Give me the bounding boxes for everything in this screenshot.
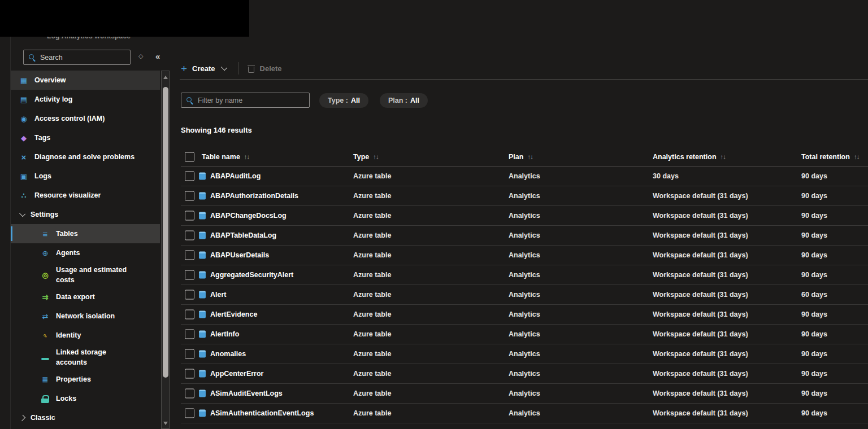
sidebar-item-resource-visualizer[interactable]: Resource visualizer — [11, 186, 160, 205]
table-icon — [199, 390, 206, 397]
sidebar-item-agents[interactable]: Agents — [11, 243, 160, 262]
name-cell[interactable]: ABAPTableDataLog — [210, 231, 276, 239]
table-row[interactable]: ABAPAuthorizationDetailsAzure tableAnaly… — [181, 186, 868, 206]
column-header-analytics-retention[interactable]: Analytics retention↑↓ — [653, 153, 726, 161]
logs-icon — [19, 173, 29, 180]
sidebar-item-overview[interactable]: Overview — [11, 71, 160, 90]
sort-icon[interactable]: ↑↓ — [373, 154, 379, 160]
row-checkbox[interactable] — [185, 310, 194, 319]
sidebar-item-classic[interactable]: Classic — [11, 409, 160, 428]
total-retention-cell: 90 days — [801, 192, 827, 200]
delete-button[interactable]: Delete — [260, 64, 282, 73]
name-cell[interactable]: Alert — [210, 291, 226, 299]
table-row[interactable]: ABAPChangeDocsLogAzure tableAnalyticsWor… — [181, 206, 868, 226]
sidebar-search-placeholder: Search — [40, 54, 63, 62]
column-header-table-name[interactable]: Table name↑↓ — [202, 153, 249, 161]
row-checkbox[interactable] — [185, 231, 194, 240]
name-cell[interactable]: ASimAuthenticationEventLogs — [210, 409, 314, 417]
table-icon — [199, 252, 206, 259]
name-cell[interactable]: ABAPAuditLog — [210, 172, 261, 180]
chevron-down-icon[interactable] — [220, 64, 227, 71]
filter-by-name-input[interactable]: Filter by name — [181, 93, 310, 108]
sort-icon[interactable]: ↑↓ — [854, 154, 860, 160]
column-header-type[interactable]: Type↑↓ — [353, 153, 379, 161]
sidebar-item-properties[interactable]: Properties — [11, 370, 160, 389]
sidebar-search-input[interactable]: Search — [23, 50, 131, 65]
scroll-up-icon[interactable] — [163, 76, 168, 79]
pin-icon[interactable]: ◇ — [138, 52, 143, 60]
column-header-total-retention[interactable]: Total retention↑↓ — [801, 153, 859, 161]
scroll-down-icon[interactable] — [163, 422, 168, 425]
name-cell[interactable]: ASimAuditEventLogs — [210, 389, 283, 397]
sidebar-item-network-isolation[interactable]: Network isolation — [11, 307, 160, 326]
plan-cell: Analytics — [509, 192, 540, 200]
row-checkbox[interactable] — [185, 211, 194, 221]
table-row[interactable]: ASimAuditEventLogsAzure tableAnalyticsWo… — [181, 384, 868, 404]
analytics-retention-cell: Workspace default (31 days) — [653, 409, 748, 417]
sidebar-item-diagnose-and-solve-problems[interactable]: Diagnose and solve problems — [11, 147, 160, 167]
name-cell[interactable]: Anomalies — [210, 350, 246, 358]
activity-log-icon — [19, 96, 29, 103]
sidebar-item-identity[interactable]: Identity — [11, 326, 160, 345]
type-cell: Azure table — [353, 192, 391, 200]
sidebar-item-access-control-iam[interactable]: Access control (IAM) — [11, 109, 160, 128]
sidebar-scrollbar[interactable] — [161, 71, 170, 429]
row-checkbox[interactable] — [185, 290, 194, 300]
table-row[interactable]: AlertEvidenceAzure tableAnalyticsWorkspa… — [181, 305, 868, 325]
table-row[interactable]: AggregatedSecurityAlertAzure tableAnalyt… — [181, 265, 868, 285]
total-retention-cell: 90 days — [801, 231, 827, 239]
table-row[interactable]: AlertAzure tableAnalyticsWorkspace defau… — [181, 285, 868, 305]
row-checkbox[interactable] — [185, 172, 194, 181]
sidebar-item-data-export[interactable]: Data export — [11, 287, 160, 307]
type-filter-pill[interactable]: Type : All — [319, 93, 368, 108]
chevron-down-icon — [19, 211, 25, 217]
name-cell[interactable]: AlertEvidence — [210, 310, 257, 318]
sidebar-item-tables[interactable]: Tables — [11, 224, 160, 243]
sort-icon[interactable]: ↑↓ — [527, 154, 533, 160]
column-header-plan[interactable]: Plan↑↓ — [509, 153, 533, 161]
sidebar-item-locks[interactable]: Locks — [11, 389, 160, 409]
row-checkbox[interactable] — [185, 191, 194, 201]
create-button[interactable]: Create — [192, 64, 215, 73]
sidebar-item-logs[interactable]: Logs — [11, 167, 160, 186]
table-row[interactable]: ABAPTableDataLogAzure tableAnalyticsWork… — [181, 226, 868, 246]
sidebar-item-activity-log[interactable]: Activity log — [11, 90, 160, 109]
name-cell[interactable]: ABAPAuthorizationDetails — [210, 192, 298, 200]
table-row[interactable]: ABAPAuditLogAzure tableAnalytics30 days9… — [181, 167, 868, 186]
row-checkbox[interactable] — [185, 409, 194, 418]
plus-icon: + — [181, 63, 187, 74]
sidebar-item-label: Agents — [56, 248, 80, 258]
total-retention-cell: 90 days — [801, 251, 827, 259]
row-checkbox[interactable] — [185, 330, 194, 339]
sort-icon[interactable]: ↑↓ — [244, 154, 250, 160]
row-checkbox[interactable] — [185, 389, 194, 399]
scrollbar-thumb[interactable] — [163, 87, 168, 378]
table-row[interactable]: ASimAuthenticationEventLogsAzure tableAn… — [181, 404, 868, 423]
sort-icon[interactable]: ↑↓ — [721, 154, 726, 160]
plan-cell: Analytics — [509, 370, 540, 378]
name-cell[interactable]: AggregatedSecurityAlert — [210, 271, 293, 279]
row-checkbox[interactable] — [185, 251, 194, 260]
collapse-sidebar-icon[interactable]: « — [155, 51, 160, 61]
row-checkbox[interactable] — [185, 349, 194, 359]
sidebar-item-label: Resource visualizer — [34, 190, 101, 200]
table-row[interactable]: AlertInfoAzure tableAnalyticsWorkspace d… — [181, 325, 868, 344]
sidebar-item-linked-storage-accounts[interactable]: Linked storage accounts — [11, 345, 160, 370]
select-all-checkbox[interactable] — [185, 152, 194, 162]
name-cell[interactable]: ABAPChangeDocsLog — [210, 212, 287, 220]
plan-filter-pill[interactable]: Plan : All — [380, 93, 428, 108]
row-checkbox[interactable] — [185, 369, 194, 379]
trash-icon — [248, 64, 255, 73]
sidebar-item-settings[interactable]: Settings — [11, 205, 160, 224]
sidebar-item-tags[interactable]: Tags — [11, 128, 160, 147]
name-cell[interactable]: ABAPUserDetails — [210, 251, 269, 259]
row-checkbox[interactable] — [185, 270, 194, 280]
total-retention-cell: 60 days — [801, 291, 827, 299]
column-header-label: Analytics retention — [653, 153, 717, 161]
table-row[interactable]: AppCenterErrorAzure tableAnalyticsWorksp… — [181, 364, 868, 384]
name-cell[interactable]: AlertInfo — [210, 330, 239, 338]
name-cell[interactable]: AppCenterError — [210, 370, 263, 378]
table-row[interactable]: AnomaliesAzure tableAnalyticsWorkspace d… — [181, 344, 868, 364]
sidebar-item-usage-and-estimated-costs[interactable]: Usage and estimated costs — [11, 262, 160, 287]
table-row[interactable]: ABAPUserDetailsAzure tableAnalyticsWorks… — [181, 246, 868, 265]
